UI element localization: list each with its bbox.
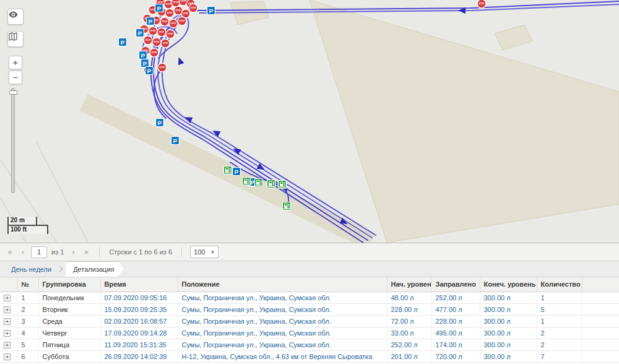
pagination-prev-button[interactable]: ‹ <box>18 246 28 258</box>
pagination-bar: « ‹ из 1 › » Строки с 1 по 6 из 6 100 ▼ <box>0 243 619 261</box>
map-icon <box>8 32 18 41</box>
cell-time: 17.09.2020 09:14:28 <box>100 327 178 339</box>
parking-icon[interactable]: P <box>233 168 241 176</box>
table-row[interactable]: + 6 Суббота 26.09.2020 14:02:39 Н-12, Ук… <box>0 350 619 362</box>
table-row[interactable]: + 3 Среда 02.09.2020 16:08:57 Сумы, Погр… <box>0 315 619 327</box>
cell-group: Среда <box>38 315 100 327</box>
stop-icon[interactable]: STOP <box>150 48 158 57</box>
svg-text:STOP: STOP <box>183 12 189 15</box>
svg-text:STOP: STOP <box>158 31 165 33</box>
page-number-input[interactable] <box>31 246 47 258</box>
cell-time: 11.09.2020 15:31:35 <box>100 339 178 350</box>
table-row[interactable]: + 1 Понедельник 07.09.2020 09:05:16 Сумы… <box>0 292 619 303</box>
svg-text:STOP: STOP <box>478 2 485 5</box>
cell-num: 6 <box>17 350 38 362</box>
stop-icon[interactable]: STOP <box>165 9 174 17</box>
stop-icon[interactable]: STOP <box>149 27 157 35</box>
stop-icon[interactable]: STOP <box>161 39 170 48</box>
svg-text:P: P <box>157 5 162 12</box>
cell-location: Сумы, Пограничная ул., Украина, Сумская … <box>178 292 387 303</box>
cell-end-level: 300.00 л <box>480 327 537 339</box>
svg-text:STOP: STOP <box>150 30 156 32</box>
fuel-station-icon[interactable] <box>224 167 232 175</box>
cell-group: Пятница <box>38 339 100 350</box>
cell-count: 2 <box>537 327 582 339</box>
table-row[interactable]: + 5 Пятница 11.09.2020 15:31:35 Сумы, По… <box>0 339 619 350</box>
svg-text:STOP: STOP <box>167 12 173 14</box>
tab-day-of-week[interactable]: День недели <box>5 261 58 277</box>
fuel-station-icon[interactable] <box>243 178 251 186</box>
stop-icon[interactable]: STOP <box>477 0 486 8</box>
svg-text:STOP: STOP <box>190 7 196 9</box>
cell-start-level: 72.00 л <box>387 315 431 327</box>
parking-icon[interactable]: P <box>156 119 164 127</box>
cell-filled: 228.00 л <box>431 315 480 327</box>
expand-row-button[interactable]: + <box>4 295 11 301</box>
svg-text:P: P <box>251 179 255 186</box>
cell-start-level: 48.00 л <box>387 292 431 303</box>
stop-icon[interactable]: STOP <box>169 19 178 28</box>
zoom-in-button[interactable]: + <box>9 56 22 69</box>
cell-time: 07.09.2020 09:05:16 <box>100 292 178 303</box>
tab-detail[interactable]: Детализация <box>66 261 124 277</box>
stop-icon[interactable]: STOP <box>178 17 186 25</box>
map-area[interactable]: STOPSTOPSTOPSTOPSTOPSTOPSTOPSTOPSTOPSTOP… <box>0 0 619 243</box>
expand-row-button[interactable]: + <box>4 342 11 349</box>
expand-row-button[interactable]: + <box>4 353 11 360</box>
header-end-level: Конеч. уровень <box>480 277 537 292</box>
parking-icon[interactable]: P <box>136 29 144 37</box>
fuel-station-icon[interactable] <box>279 181 287 189</box>
parking-icon[interactable]: P <box>141 59 149 67</box>
svg-text:STOP: STOP <box>173 1 179 4</box>
parking-icon[interactable]: P <box>207 7 215 15</box>
svg-text:STOP: STOP <box>170 22 176 25</box>
page-size-dropdown[interactable]: 100 ▼ <box>190 246 219 258</box>
zoom-slider[interactable] <box>11 88 15 193</box>
expand-row-button[interactable]: + <box>4 306 11 313</box>
header-start-level: Нач. уровень <box>387 277 431 292</box>
stop-icon[interactable]: STOP <box>166 30 175 38</box>
track-direction-arrow <box>176 56 184 66</box>
parking-icon[interactable]: P <box>145 67 154 75</box>
stop-icon[interactable]: STOP <box>158 63 167 72</box>
expand-row-button[interactable]: + <box>4 330 11 337</box>
parking-icon[interactable]: P <box>155 4 163 12</box>
tab-detail-wrap: Детализация <box>66 261 124 277</box>
table-row[interactable]: + 4 Четверг 17.09.2020 09:14:28 Сумы, По… <box>0 327 619 339</box>
header-count: Количество <box>537 277 582 292</box>
header-num: № <box>17 277 38 292</box>
svg-text:STOP: STOP <box>167 33 173 35</box>
svg-text:P: P <box>147 67 152 74</box>
expand-row-button[interactable]: + <box>4 318 11 325</box>
fuel-station-icon[interactable] <box>267 180 275 188</box>
parking-icon[interactable]: P <box>171 137 180 145</box>
fuel-station-icon[interactable] <box>283 202 291 210</box>
parking-icon[interactable]: P <box>139 51 147 59</box>
cell-location: Н-12, Украина, Сумская обл., 4.63 км от … <box>178 350 387 362</box>
table-row[interactable]: + 2 Вторник 15.09.2020 09:25:35 Сумы, По… <box>0 303 619 315</box>
pagination-last-button[interactable]: » <box>81 246 91 258</box>
cell-start-level: 228.00 л <box>387 303 431 315</box>
map-layers-button[interactable] <box>7 31 24 47</box>
chevron-down-icon: ▼ <box>210 249 215 255</box>
building-polygon <box>495 25 532 50</box>
stop-icon[interactable]: STOP <box>144 36 152 45</box>
stop-icon[interactable]: STOP <box>189 4 197 12</box>
stop-icon[interactable]: STOP <box>157 28 166 37</box>
visibility-toggle-button[interactable] <box>7 9 24 25</box>
parking-icon[interactable]: P <box>147 17 155 25</box>
parking-icon[interactable]: P <box>119 38 127 46</box>
pagination-next-button[interactable]: › <box>68 246 78 258</box>
stop-icon[interactable]: STOP <box>160 17 169 26</box>
fuel-station-icon[interactable] <box>255 179 263 187</box>
svg-text:STOP: STOP <box>154 41 160 43</box>
header-filler <box>582 277 619 292</box>
cell-filled: 720.00 л <box>431 350 480 362</box>
pagination-first-button[interactable]: « <box>5 246 15 258</box>
cell-count: 1 <box>537 315 582 327</box>
cell-group: Четверг <box>38 327 100 339</box>
stop-icon[interactable]: STOP <box>152 38 161 46</box>
zoom-out-button[interactable]: − <box>9 71 22 84</box>
zoom-slider-handle[interactable] <box>9 90 17 95</box>
cell-num: 4 <box>17 327 38 339</box>
